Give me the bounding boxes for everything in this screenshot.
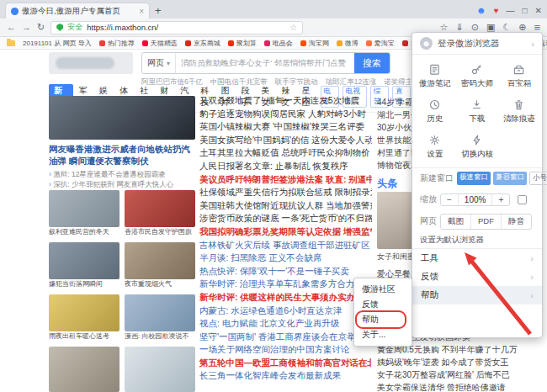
window-maximize-button[interactable]: □ xyxy=(523,7,528,15)
headline-link[interactable]: 豹子追逐宠物狗误闯居民家 人豹对峙3小时 xyxy=(199,108,372,121)
menu-row[interactable]: 反馈 › xyxy=(412,268,542,286)
headline-link[interactable]: 美国女孩写给'中国妈妈'的信 这份大爱令人动容 xyxy=(199,134,372,147)
bookmark-item[interactable]: 京东商城 xyxy=(185,39,220,48)
headline-link[interactable]: 长三角一体化智库峰会发布最新成果 xyxy=(199,369,372,383)
bookmark-item[interactable]: 热门推荐 xyxy=(99,39,135,48)
lead-story-title[interactable]: 网友曝香港激进示威者向地铁站扔汽油弹 瞬间遭便衣警察制伏 xyxy=(49,143,195,167)
sidebar-news-item[interactable]: 美女学霸保送清华 曾拒绝哈佛邀请 xyxy=(377,381,542,392)
menu-row[interactable]: 工具 › xyxy=(412,249,542,268)
lead-sub-link[interactable]: 深扒: 少年罪犯获刑 网友直呼大快人心 xyxy=(49,179,195,189)
headline-link[interactable]: 我国拟明确彩票兑奖期限等认定依据 增强监管力度 xyxy=(199,225,372,239)
news-thumbnail[interactable]: 探访美国慰安妇纪念办公室 xyxy=(49,347,119,392)
account-icon[interactable]: ☻ xyxy=(476,6,486,15)
lead-sub-link[interactable]: 激辩: 12星座谁最不会遭遇校园霸凌 xyxy=(49,169,195,179)
news-thumbnail[interactable]: 漫画长图: 平安出行指南 xyxy=(125,347,195,392)
new-window-option[interactable]: 兼容窗口 xyxy=(493,172,527,185)
headline-link[interactable]: 涉密货币政策的谜底 一条'死亡货币'的不归路 xyxy=(199,212,372,225)
headline-link[interactable]: 新华时评: 供暖这样的民生大事须办实办好 xyxy=(199,291,372,305)
skin-icon[interactable]: ▣ xyxy=(486,23,495,32)
headline-link[interactable]: 土耳其里拉大幅贬值 总统呼吁民众抑制物价 xyxy=(199,146,372,160)
night-mode-icon[interactable]: ☾ xyxy=(502,23,511,32)
screenshot-icon[interactable]: ⊙ xyxy=(471,23,479,32)
url-box[interactable]: 安全 https://i.maxthon.cn/ ☆ xyxy=(50,21,303,34)
forward-icon[interactable]: → xyxy=(22,23,31,32)
sidebar-news-item[interactable]: 姨妈级'晚年'逆袭 如今成了带货女王 xyxy=(377,356,542,368)
headline-link[interactable]: 美国驻韩大使馆附近现抗议人群 当地加强警戒 xyxy=(199,199,372,213)
set-default-browser[interactable]: 设置为默认浏览器 xyxy=(412,232,542,249)
window-close-button[interactable]: ✕ xyxy=(535,7,542,15)
headline-link[interactable]: 人民日报署名文章: 止暴制乱 恢复秩序 xyxy=(199,160,372,173)
download-icon[interactable]: ⇓ xyxy=(455,23,463,32)
news-thumbnail[interactable]: 嫌犯当街落网瞬间 xyxy=(49,242,119,289)
sidebar-news-item[interactable]: 女子花30万整容成'网红脸' 后悔不已 xyxy=(377,368,542,381)
headline-link[interactable]: 内蒙古: 水运绿色通道6小时直达京津 xyxy=(199,305,372,318)
menu-row[interactable]: 帮助 › xyxy=(412,286,542,305)
headline-link[interactable]: 热点快评: 保障'双十一'不是一锤子买卖 xyxy=(199,265,372,278)
bookmark-item[interactable]: 唯品会 xyxy=(264,39,293,48)
submenu-item[interactable]: 傲游社区 xyxy=(354,282,412,297)
headline-link[interactable]: 英国小镇辣椒大赛 '中国辣椒'辣哭三名评委 xyxy=(199,120,372,134)
news-thumbnail[interactable]: 漫画: 向校园欺凌说不 xyxy=(125,294,195,342)
bookmark-item[interactable]: 爱淘宝 xyxy=(366,39,395,48)
new-tab-button[interactable]: + xyxy=(155,4,162,17)
menu-item-toolbox[interactable]: 百宝箱 xyxy=(498,58,540,93)
menu-item-clear-traces[interactable]: 清除痕迹 xyxy=(498,93,540,129)
folder-icon xyxy=(7,40,15,46)
thumbnail-caption: 漫画: 向校园欺凌说不 xyxy=(125,331,195,342)
page-tool-button[interactable]: 截图 xyxy=(441,215,471,229)
bookmark-star-icon[interactable]: ☆ xyxy=(289,23,297,32)
search-scope-select[interactable]: 网页 ▾ xyxy=(142,53,176,73)
plugins-icon[interactable]: ⊕ xyxy=(518,23,526,32)
window-minimize-button[interactable]: — xyxy=(507,7,515,15)
browser-tab[interactable]: 傲游今日,傲游用户专属首页 × xyxy=(5,3,150,19)
headline-link[interactable]: 吉林铁矿火灾后续 事故调查组干部进驻矿区 xyxy=(199,239,372,252)
new-window-option[interactable]: 小号窗口 xyxy=(529,172,547,185)
refresh-icon[interactable]: ↻ xyxy=(37,23,45,32)
submenu-item[interactable]: 帮助 xyxy=(354,312,412,327)
headline-link[interactable]: 第五轮中国—欧盟工商领袖和前高官对话在北京举行 xyxy=(199,357,372,370)
menu-item-download[interactable]: 下载 xyxy=(456,93,498,129)
search-button[interactable]: 搜索 xyxy=(354,53,390,73)
back-icon[interactable]: ← xyxy=(7,23,16,32)
headline-link[interactable]: 半月谈: 扫黑除恶 正义不会缺席 xyxy=(199,252,372,265)
search-bar: 网页 ▾ 搜索 xyxy=(141,52,390,74)
fullscreen-icon[interactable] xyxy=(518,195,527,204)
headline-link[interactable]: 美议员呼吁特朗普拒签涉港法案 耿直: 别逼中国出手 xyxy=(199,173,372,187)
submenu-item[interactable]: 关于... xyxy=(354,327,412,342)
headline-link[interactable]: 又双叒叕地震了! 缅甸一天内连发5次地震 xyxy=(199,94,372,108)
menu-item-notes[interactable]: 傲游笔记 xyxy=(414,58,456,93)
submenu-item[interactable]: 反馈 xyxy=(354,297,412,312)
vip-gift-icon[interactable]: ♥ xyxy=(494,7,499,15)
bookmark-favicon xyxy=(366,40,372,46)
bookmark-item[interactable]: 淘宝网 xyxy=(300,39,329,48)
page-tool-button[interactable]: 静音 xyxy=(502,215,531,229)
page-tool-button[interactable]: PDF xyxy=(471,215,502,229)
favorites-icon[interactable]: ☆ xyxy=(440,23,449,32)
login-row[interactable]: ☻ 登录傲游浏览器 › xyxy=(412,33,542,55)
headline-link[interactable]: 新华时评: 治理共享单车乱象需多方合力 xyxy=(199,278,372,291)
menu-item-settings[interactable]: 设置 xyxy=(414,129,456,164)
bookmark-item[interactable]: 天猫精选 xyxy=(142,39,178,48)
headline-link[interactable]: 坚守'一国两制' 香港工商界座谈会在京举行 xyxy=(199,331,372,344)
zoom-out-button[interactable]: − xyxy=(441,194,458,205)
headline-link[interactable]: 一场关于网络空间治理的中国方案讨论 xyxy=(199,343,372,357)
news-thumbnail[interactable]: 雨夜出租车暖心送考 xyxy=(49,294,119,342)
headline-link[interactable]: 社保领域严重失信行为拟联合惩戒 限制招录为公务员 xyxy=(199,186,372,199)
url-text[interactable]: https://i.maxthon.cn/ xyxy=(87,23,285,32)
menu-item-switch-kernel[interactable]: 切换内核 xyxy=(456,129,498,164)
bookmark-folder-label[interactable]: 20191101 从 网页 导入 xyxy=(23,39,92,48)
lead-story-image[interactable] xyxy=(49,96,195,140)
tab-close-icon[interactable]: × xyxy=(139,7,144,16)
box-icon xyxy=(512,63,525,76)
bookmark-item[interactable]: 微博 xyxy=(337,39,358,48)
menu-item-history[interactable]: 历史 xyxy=(414,93,456,129)
zoom-in-button[interactable]: + xyxy=(492,194,509,205)
new-window-option[interactable]: 极速窗口 xyxy=(457,172,491,185)
bookmark-item[interactable]: 聚划算 xyxy=(228,39,257,48)
news-thumbnail[interactable]: 叙利亚难民营的冬天 xyxy=(49,190,119,237)
search-input[interactable] xyxy=(176,53,354,73)
headline-link[interactable]: 视点: 电力赋能 北京文化产业再升级 xyxy=(199,317,372,331)
news-thumbnail[interactable]: 香港市民自发守护国旗 xyxy=(125,190,195,237)
news-thumbnail[interactable]: 夜市重现烟火气 xyxy=(125,242,195,289)
menu-item-password[interactable]: 密码大师 xyxy=(456,58,498,93)
